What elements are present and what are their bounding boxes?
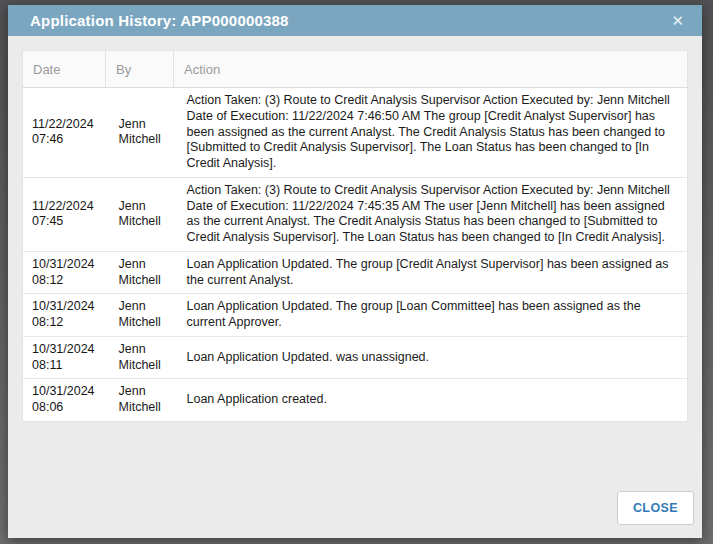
column-header-by: By	[106, 51, 174, 88]
table-row: 10/31/2024 08:11 Jenn Mitchell Loan Appl…	[23, 336, 688, 379]
history-by: Jenn Mitchell	[106, 177, 174, 251]
history-by: Jenn Mitchell	[106, 251, 174, 294]
history-action: Loan Application Updated. was unassigned…	[174, 336, 688, 379]
modal-body: Date By Action 11/22/2024 07:46 Jenn Mit…	[8, 36, 702, 422]
history-date: 11/22/2024 07:46	[23, 88, 106, 178]
table-header-row: Date By Action	[23, 51, 688, 88]
history-table: Date By Action 11/22/2024 07:46 Jenn Mit…	[22, 50, 688, 422]
application-history-modal: Application History: APP000000388 ✕ Date…	[8, 5, 702, 538]
close-button[interactable]: CLOSE	[617, 491, 694, 525]
table-row: 11/22/2024 07:45 Jenn Mitchell Action Ta…	[23, 177, 688, 251]
modal-header: Application History: APP000000388 ✕	[8, 5, 702, 36]
history-by: Jenn Mitchell	[106, 379, 174, 422]
close-icon[interactable]: ✕	[667, 11, 688, 30]
history-date: 10/31/2024 08:11	[23, 336, 106, 379]
history-action: Loan Application created.	[174, 379, 688, 422]
column-header-date: Date	[23, 51, 106, 88]
history-by: Jenn Mitchell	[106, 336, 174, 379]
history-by: Jenn Mitchell	[106, 294, 174, 337]
column-header-action: Action	[174, 51, 688, 88]
history-date: 10/31/2024 08:06	[23, 379, 106, 422]
table-row: 10/31/2024 08:12 Jenn Mitchell Loan Appl…	[23, 294, 688, 337]
table-row: 11/22/2024 07:46 Jenn Mitchell Action Ta…	[23, 88, 688, 178]
history-by: Jenn Mitchell	[106, 88, 174, 178]
table-row: 10/31/2024 08:06 Jenn Mitchell Loan Appl…	[23, 379, 688, 422]
history-action: Loan Application Updated. The group [Loa…	[174, 294, 688, 337]
history-action: Action Taken: (3) Route to Credit Analys…	[174, 88, 688, 178]
modal-footer: CLOSE	[617, 491, 694, 525]
history-action: Loan Application Updated. The group [Cre…	[174, 251, 688, 294]
history-date: 10/31/2024 08:12	[23, 251, 106, 294]
history-action: Action Taken: (3) Route to Credit Analys…	[174, 177, 688, 251]
history-date: 11/22/2024 07:45	[23, 177, 106, 251]
modal-title: Application History: APP000000388	[30, 12, 667, 29]
table-row: 10/31/2024 08:12 Jenn Mitchell Loan Appl…	[23, 251, 688, 294]
history-date: 10/31/2024 08:12	[23, 294, 106, 337]
